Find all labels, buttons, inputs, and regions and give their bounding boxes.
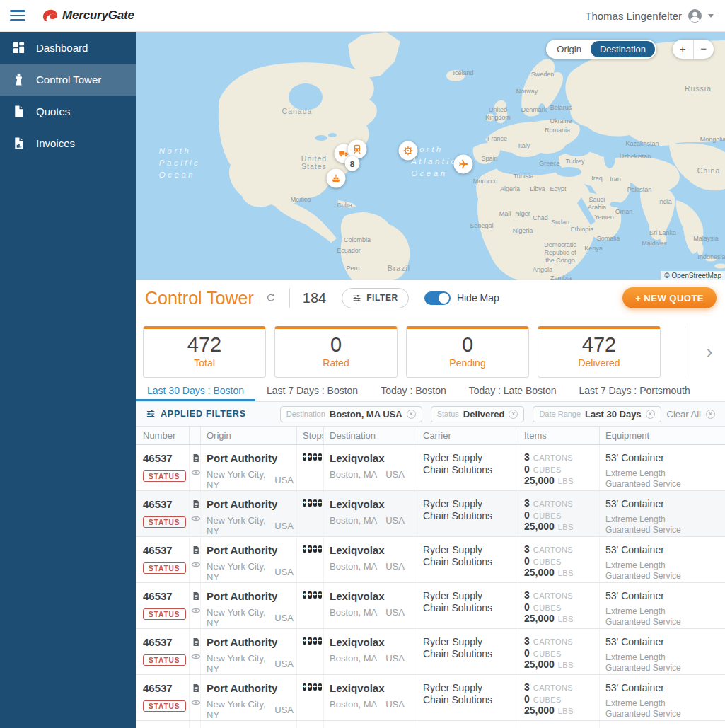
tab-today-boston[interactable]: Today : Boston [369, 382, 458, 401]
shipment-count: 184 [303, 290, 326, 306]
map-attribution[interactable]: © OpenStreetMap [661, 271, 725, 280]
sidebar-item-quotes[interactable]: Quotes [0, 96, 136, 127]
ship-icon [331, 173, 342, 184]
equipment-service: Extreme Length Guaranteed Service [605, 652, 683, 674]
shipment-row[interactable]: 46537 STATUS Port Authority New York Cit… [136, 537, 725, 583]
tab-last-7-days-portsmouth[interactable]: Last 7 Days : Portsmouth [568, 382, 702, 401]
refresh-icon[interactable] [265, 292, 277, 304]
filter-chip-status[interactable]: Status Delivered × [431, 406, 525, 422]
column-header-icons[interactable] [190, 427, 201, 444]
status-badge[interactable]: STATUS [143, 608, 186, 620]
column-header-number[interactable]: Number [136, 427, 190, 444]
shipment-number: 46537 [143, 498, 186, 510]
filter-chips: Destination Boston, MA USA × Status Deli… [280, 406, 661, 422]
status-badge[interactable]: STATUS [143, 700, 186, 712]
shipment-row[interactable]: 46537 STATUS Port Authority New York Cit… [136, 675, 725, 721]
eye-icon[interactable] [191, 515, 201, 522]
origin-destination-toggle[interactable]: OriginDestination [546, 40, 656, 59]
origin-city: New York City, NY [207, 561, 266, 582]
stat-value: 0 [407, 333, 528, 357]
shipment-row[interactable]: 46537 STATUS Port Authority New York Cit… [136, 721, 725, 728]
eye-icon[interactable] [191, 699, 201, 706]
stops-cell: ++++ [297, 629, 324, 674]
top-bar: MercuryGate Thomas Lingenfelter [0, 0, 725, 32]
chevron-right-icon[interactable]: › [694, 326, 725, 378]
document-icon[interactable] [192, 545, 200, 555]
origin-country: USA [274, 659, 294, 669]
hide-map-toggle[interactable] [424, 291, 451, 305]
status-badge[interactable]: STATUS [143, 562, 186, 574]
stop-icon: + [308, 683, 311, 691]
eye-icon[interactable] [191, 607, 201, 614]
stop-icon: + [308, 453, 311, 461]
shipment-row[interactable]: 46537 STATUS Port Authority New York Cit… [136, 491, 725, 537]
document-icon[interactable] [192, 591, 200, 601]
sidebar-item-invoices[interactable]: Invoices [0, 127, 136, 159]
filter-chip-date-range[interactable]: Date Range Last 30 Days × [533, 406, 661, 422]
sidebar-item-label: Invoices [36, 137, 75, 149]
document-icon[interactable] [192, 637, 200, 647]
destination-name: Lexiqvolax [330, 682, 414, 694]
status-badge[interactable]: STATUS [143, 516, 186, 528]
column-header-origin[interactable]: Origin [201, 427, 297, 444]
sidebar-item-control-tower[interactable]: Control Tower [0, 64, 136, 96]
eye-icon[interactable] [191, 653, 201, 660]
shipment-row[interactable]: 46537 STATUS Port Authority New York Cit… [136, 583, 725, 629]
origin-name: Port Authority [207, 544, 294, 556]
equipment-service: Extreme Length Guaranteed Service [605, 514, 683, 536]
stat-card-rated[interactable]: 0 Rated [274, 326, 398, 378]
stop-icon: + [303, 591, 306, 599]
stat-card-pending[interactable]: 0 Pending [406, 326, 529, 378]
dashboard-icon [12, 41, 25, 54]
stat-label: Delivered [538, 357, 660, 369]
tab-last-30-days-boston[interactable]: Last 30 Days : Boston [136, 382, 255, 401]
eye-icon[interactable] [191, 469, 201, 476]
map-toggle-origin[interactable]: Origin [547, 41, 591, 57]
person-icon [688, 8, 702, 23]
column-header-items[interactable]: Items [518, 427, 600, 444]
shipment-row[interactable]: 46537 STATUS Port Authority New York Cit… [136, 445, 725, 491]
remove-filter-icon[interactable]: × [407, 410, 416, 419]
shipment-row[interactable]: 46537 STATUS Port Authority New York Cit… [136, 629, 725, 675]
remove-filter-icon[interactable]: × [646, 410, 655, 419]
tab-today-late-boston[interactable]: Today : Late Boston [458, 382, 568, 401]
stat-card-total[interactable]: 472 Total [143, 326, 266, 378]
zoom-in-button[interactable]: + [673, 40, 694, 59]
document-icon[interactable] [192, 683, 200, 693]
map-cluster-count-marker[interactable]: 8 [345, 156, 360, 171]
status-badge[interactable]: STATUS [143, 654, 186, 666]
document-icon[interactable] [192, 499, 200, 509]
tab-last-7-days-boston[interactable]: Last 7 Days : Boston [255, 382, 369, 401]
column-header-destination[interactable]: Destination [324, 427, 417, 444]
stop-icon: + [318, 637, 322, 645]
origin-city: New York City, NY [207, 653, 266, 674]
hamburger-menu-icon[interactable] [10, 7, 27, 24]
document-icon[interactable] [192, 453, 200, 463]
map-zoom-control: + − [673, 40, 714, 59]
map-region[interactable]: OriginDestination + − © OpenStreetMap No… [136, 32, 725, 280]
stop-icon: + [318, 545, 322, 553]
filter-button[interactable]: FILTER [342, 288, 409, 308]
map-marker-plane-icon[interactable] [454, 155, 473, 174]
remove-filter-icon[interactable]: × [509, 410, 518, 419]
map-marker-helm-icon[interactable] [399, 141, 418, 161]
eye-icon[interactable] [191, 561, 201, 568]
column-header-equipment[interactable]: Equipment [600, 427, 725, 444]
stat-value: 472 [538, 333, 660, 357]
status-badge[interactable]: STATUS [143, 470, 186, 482]
map-toggle-destination[interactable]: Destination [591, 41, 655, 57]
column-header-stops[interactable]: Stops [297, 427, 324, 444]
brand-logo[interactable]: MercuryGate [41, 8, 134, 23]
zoom-out-button[interactable]: − [694, 40, 714, 59]
map-marker-ship-icon[interactable] [327, 169, 346, 188]
user-menu[interactable]: Thomas Lingenfelter [585, 8, 714, 23]
sidebar-item-dashboard[interactable]: Dashboard [0, 32, 136, 64]
column-header-carrier[interactable]: Carrier [417, 427, 518, 444]
clear-all-button[interactable]: Clear All × [667, 409, 715, 420]
stat-card-delivered[interactable]: 472 Delivered [538, 326, 661, 378]
filter-chip-destination[interactable]: Destination Boston, MA USA × [280, 406, 422, 422]
destination-country: USA [385, 515, 405, 526]
applied-filters-title: APPLIED FILTERS [146, 409, 246, 419]
new-quote-button[interactable]: + NEW QUOTE [622, 287, 717, 308]
filter-chip-label: Status [437, 410, 459, 418]
